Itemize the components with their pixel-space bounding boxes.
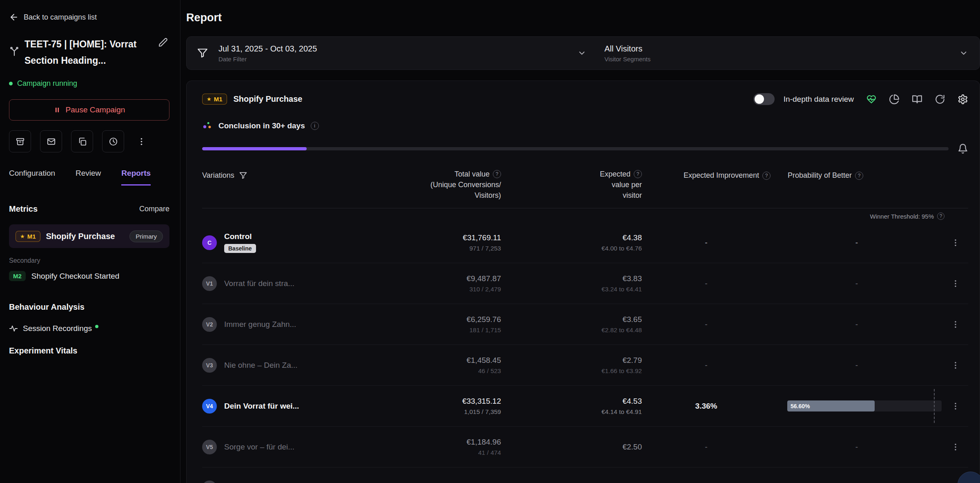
info-icon[interactable] [762, 172, 771, 180]
kebab-menu-icon [137, 137, 146, 146]
column-expected-improvement: Expected Improvement [642, 169, 771, 180]
variation-name: Control [224, 232, 252, 241]
variation-cell: V4 Dein Vorrat für wei... [202, 399, 379, 414]
toggle-knob [755, 94, 764, 104]
email-button[interactable] [40, 130, 62, 152]
variations-header-label: Variations [202, 171, 234, 180]
filter-funnel-icon [197, 48, 208, 58]
pencil-icon [158, 38, 168, 47]
variation-avatar: V3 [202, 358, 217, 373]
variation-cell: Total [202, 481, 379, 483]
health-check-button[interactable] [866, 94, 877, 105]
docs-button[interactable] [912, 94, 922, 105]
more-options-button[interactable] [133, 130, 149, 152]
probability-value: - [855, 279, 858, 288]
probability-cell: - [771, 263, 943, 304]
total-value-cell: €33,315.12 1,015 / 7,359 [379, 397, 501, 416]
filter-funnel-icon[interactable] [239, 172, 247, 179]
archive-button[interactable] [9, 130, 31, 152]
secondary-metric-row[interactable]: M2 Shopify Checkout Started [9, 271, 169, 281]
session-recordings-icon [9, 324, 18, 333]
variation-name: Dein Vorrat für wei... [224, 402, 299, 411]
app-root: Back to campaigns list TEET-75 | [HOME]:… [0, 0, 980, 483]
tab-reports[interactable]: Reports [121, 169, 151, 186]
edit-campaign-button[interactable] [156, 36, 169, 49]
main-content: Report Jul 31, 2025 - Oct 03, 2025 Date … [180, 0, 980, 483]
row-menu-button[interactable] [949, 358, 962, 372]
conversions-visitors: 1,015 / 7,359 [379, 408, 501, 416]
column-variations: Variations [202, 169, 379, 180]
notifications-button[interactable] [958, 143, 968, 154]
date-filter[interactable]: Jul 31, 2025 - Oct 03, 2025 Date Filter [197, 44, 586, 63]
refresh-button[interactable] [935, 94, 945, 105]
probability-cell: - [771, 427, 943, 467]
bell-icon [958, 143, 968, 154]
variation-name: Sorge vor – für dei... [224, 443, 294, 452]
book-open-icon [912, 94, 922, 105]
kebab-menu-icon [951, 320, 960, 329]
visitor-segments-filter[interactable]: All Visitors Visitor Segments [604, 44, 968, 63]
page-title: Report [186, 11, 980, 24]
expected-value-cell: €4.53 €4.14 to €4.91 [501, 397, 642, 416]
pause-campaign-button[interactable]: Pause Campaign [9, 99, 169, 121]
history-clock-icon [109, 137, 118, 146]
report-metric-name: Shopify Purchase [234, 94, 303, 104]
expected-value-cell: €2.50 [501, 443, 642, 452]
date-filter-value: Jul 31, 2025 - Oct 03, 2025 [218, 44, 317, 54]
probability-label: 56.60% [787, 403, 810, 409]
expected-range: €4.00 to €4.76 [501, 245, 642, 252]
compare-link[interactable]: Compare [139, 205, 169, 213]
probability-cell: - [771, 345, 943, 385]
variation-name: Vorrat für dein stra... [224, 279, 294, 288]
kebab-menu-icon [951, 443, 960, 452]
session-recordings-link[interactable]: Session Recordings [9, 324, 169, 333]
expected-improvement: - [705, 279, 707, 288]
report-card: ★ M1 Shopify Purchase In-depth data revi… [186, 80, 980, 483]
back-label: Back to campaigns list [24, 13, 97, 22]
report-toolbar: In-depth data review [753, 93, 968, 105]
row-menu-button[interactable] [949, 277, 962, 291]
conversions-visitors: 181 / 1,715 [379, 326, 501, 334]
variation-avatar: C [202, 235, 217, 250]
expected-value: €4.38 [501, 233, 642, 242]
variation-cell: V5 Sorge vor – für dei... [202, 440, 379, 454]
total-value-cell: €9,487.87 310 / 2,479 [379, 274, 501, 293]
primary-metric-card[interactable]: ★ M1 Shopify Purchase Primary [9, 224, 169, 248]
row-menu-button[interactable] [949, 440, 962, 454]
baseline-badge: Baseline [224, 244, 256, 253]
status-label: Campaign running [17, 79, 77, 88]
total-value: €31,769.11 [379, 233, 501, 242]
row-menu-button[interactable] [949, 236, 962, 250]
campaign-tabs: Configuration Review Reports [9, 169, 169, 186]
conclusion-label: Conclusion in 30+ days [218, 121, 305, 130]
experiment-vitals-link[interactable]: Experiment Vitals [9, 346, 169, 356]
pie-chart-button[interactable] [889, 94, 900, 105]
tab-review[interactable]: Review [76, 169, 101, 186]
filter-bar: Jul 31, 2025 - Oct 03, 2025 Date Filter … [186, 36, 980, 70]
in-depth-toggle[interactable] [753, 93, 775, 105]
table-row: V5 Sorge vor – für dei... €1,184.96 41 /… [202, 427, 968, 467]
variation-name: Immer genug Zahn... [224, 320, 296, 329]
history-button[interactable] [102, 130, 124, 152]
duplicate-button[interactable] [71, 130, 93, 152]
settings-button[interactable] [958, 94, 968, 105]
ai-dots-icon [202, 121, 213, 131]
metrics-header: Metrics Compare [9, 204, 169, 214]
info-icon[interactable] [311, 122, 319, 130]
metrics-heading: Metrics [9, 204, 38, 214]
variations-table-body: C Control Baseline €31,769.11 971 / 7,25… [202, 222, 968, 483]
variation-cell: V2 Immer genug Zahn... [202, 317, 379, 332]
row-menu-button[interactable] [949, 318, 962, 331]
info-icon[interactable] [937, 212, 944, 220]
info-icon[interactable] [634, 170, 642, 178]
info-icon[interactable] [493, 170, 501, 178]
back-to-campaigns-link[interactable]: Back to campaigns list [9, 12, 169, 22]
info-icon[interactable] [855, 172, 863, 180]
row-menu-button[interactable] [949, 399, 962, 413]
experiment-progress-row [202, 143, 968, 154]
probability-value: - [855, 361, 858, 370]
tab-configuration[interactable]: Configuration [9, 169, 55, 186]
heart-pulse-icon [866, 94, 877, 105]
campaign-title: TEET-75 | [HOME]: Vorrat Section Heading… [24, 36, 138, 69]
campaign-toolbar [9, 130, 169, 152]
